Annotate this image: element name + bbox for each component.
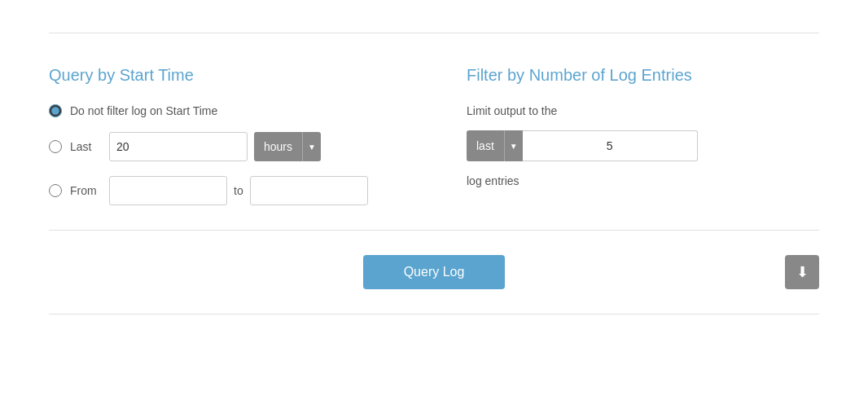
radio-no-filter[interactable] [49,104,62,117]
last-select-button[interactable]: last ▼ [467,130,523,161]
from-label: From [70,184,103,197]
left-section: Query by Start Time Do not filter log on… [49,66,401,205]
main-content: Query by Start Time Do not filter log on… [49,50,819,230]
bottom-divider [49,314,819,314]
hours-btn-text: hours [254,140,302,153]
from-row: From to [70,176,368,205]
top-divider [49,33,819,33]
radio-group: Do not filter log on Start Time Last hou… [49,104,401,205]
last-label: Last [70,140,103,153]
limit-output-label: Limit output to the [467,104,819,117]
limit-row: last ▼ [467,130,819,161]
last-row: Last hours ▼ [70,132,321,161]
query-log-button[interactable]: Query Log [363,255,506,289]
to-date-input[interactable] [250,176,368,205]
radio-row-no-filter: Do not filter log on Start Time [49,104,401,117]
right-section: Filter by Number of Log Entries Limit ou… [467,66,819,205]
bottom-section: Query Log ⬇ [49,231,819,314]
last-select-arrow: ▼ [504,130,523,161]
download-button[interactable]: ⬇ [785,255,819,289]
radio-from[interactable] [49,184,62,197]
last-number-input[interactable] [109,132,248,161]
radio-last[interactable] [49,140,62,153]
query-start-time-title: Query by Start Time [49,66,401,85]
limit-number-input[interactable] [523,130,698,161]
filter-log-entries-title: Filter by Number of Log Entries [467,66,819,85]
to-label: to [234,184,243,197]
log-entries-label: log entries [467,174,819,187]
radio-row-from: From to [49,176,401,205]
from-date-input[interactable] [109,176,227,205]
hours-select-button[interactable]: hours ▼ [254,132,321,161]
last-select-text: last [467,139,504,152]
radio-row-last: Last hours ▼ [49,132,401,161]
download-icon: ⬇ [796,263,809,281]
page-wrapper: Query by Start Time Do not filter log on… [0,33,868,314]
hours-dropdown-arrow: ▼ [302,132,321,161]
radio-no-filter-label: Do not filter log on Start Time [70,104,217,117]
